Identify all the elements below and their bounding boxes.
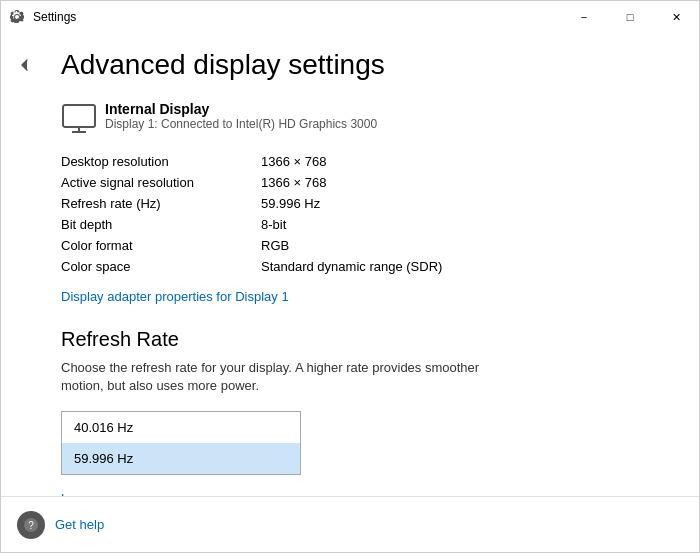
nav-area xyxy=(1,33,49,496)
info-row: Color spaceStandard dynamic range (SDR) xyxy=(61,256,675,277)
info-row: Color formatRGB xyxy=(61,235,675,256)
window: Settings − □ ✕ Advanced display settings xyxy=(0,0,700,553)
titlebar-title: Settings xyxy=(33,10,76,24)
footer: ? Get help xyxy=(1,496,699,552)
get-help-link[interactable]: Get help xyxy=(55,517,104,532)
minimize-button[interactable]: − xyxy=(561,1,607,33)
rate-listbox: 40.016 Hz59.996 Hz xyxy=(61,411,301,475)
adapter-properties-link[interactable]: Display adapter properties for Display 1 xyxy=(61,289,675,304)
titlebar: Settings − □ ✕ xyxy=(1,1,699,33)
info-value: 1366 × 768 xyxy=(261,175,326,190)
page-title: Advanced display settings xyxy=(61,49,675,81)
help-icon-container: ? xyxy=(17,511,45,539)
info-label: Active signal resolution xyxy=(61,175,261,190)
help-icon: ? xyxy=(23,517,39,533)
back-icon xyxy=(18,58,32,72)
main-content: Advanced display settings Internal Displ… xyxy=(49,33,699,496)
rate-item[interactable]: 59.996 Hz xyxy=(62,443,300,474)
rate-item[interactable]: 40.016 Hz xyxy=(62,412,300,443)
maximize-button[interactable]: □ xyxy=(607,1,653,33)
info-row: Active signal resolution1366 × 768 xyxy=(61,172,675,193)
info-row: Bit depth8-bit xyxy=(61,214,675,235)
display-header: Internal Display Display 1: Connected to… xyxy=(61,101,675,135)
info-label: Color format xyxy=(61,238,261,253)
display-info: Internal Display Display 1: Connected to… xyxy=(105,101,377,131)
back-button[interactable] xyxy=(5,45,45,85)
refresh-rate-description: Choose the refresh rate for your display… xyxy=(61,359,501,395)
svg-rect-0 xyxy=(63,105,95,127)
info-label: Color space xyxy=(61,259,261,274)
monitor-svg xyxy=(61,103,97,135)
info-label: Desktop resolution xyxy=(61,154,261,169)
info-row: Desktop resolution1366 × 768 xyxy=(61,151,675,172)
display-name: Internal Display xyxy=(105,101,377,117)
display-connection: Display 1: Connected to Intel(R) HD Grap… xyxy=(105,117,377,131)
titlebar-controls: − □ ✕ xyxy=(561,1,699,33)
titlebar-left: Settings xyxy=(9,9,76,25)
close-button[interactable]: ✕ xyxy=(653,1,699,33)
info-value: 59.996 Hz xyxy=(261,196,320,211)
monitor-icon xyxy=(61,103,93,135)
svg-text:?: ? xyxy=(28,520,34,531)
info-value: Standard dynamic range (SDR) xyxy=(261,259,442,274)
info-value: 8-bit xyxy=(261,217,286,232)
info-row: Refresh rate (Hz)59.996 Hz xyxy=(61,193,675,214)
info-value: RGB xyxy=(261,238,289,253)
info-label: Bit depth xyxy=(61,217,261,232)
info-label: Refresh rate (Hz) xyxy=(61,196,261,211)
info-table: Desktop resolution1366 × 768Active signa… xyxy=(61,151,675,277)
content-area: Advanced display settings Internal Displ… xyxy=(1,33,699,496)
info-value: 1366 × 768 xyxy=(261,154,326,169)
refresh-rate-title: Refresh Rate xyxy=(61,328,675,351)
settings-icon xyxy=(9,9,25,25)
